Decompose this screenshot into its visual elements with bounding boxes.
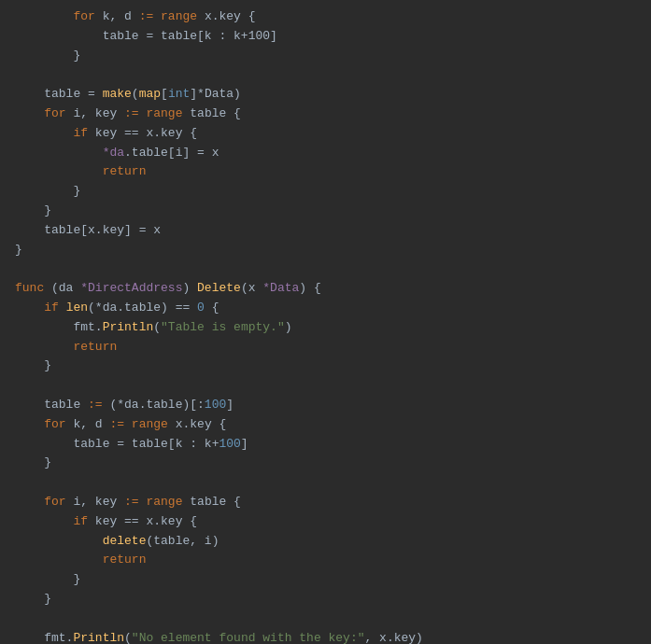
code-line: table = make(map[int]*Data)	[15, 85, 636, 105]
code-line: if key == x.key {	[15, 124, 636, 144]
code-line: if len(*da.table) == 0 {	[15, 299, 636, 318]
code-line: }	[15, 47, 636, 66]
code-line: return	[15, 551, 636, 570]
code-line	[15, 259, 636, 279]
code-line: table := (*da.table)[:100]	[15, 396, 636, 415]
code-line: }	[15, 202, 636, 221]
code-line: for i, key := range table {	[15, 493, 636, 512]
code-line: fmt.Println("Table is empty.")	[15, 318, 636, 338]
code-line	[15, 473, 636, 493]
code-line: return	[15, 162, 636, 182]
code-line	[15, 65, 636, 85]
code-line: if key == x.key {	[15, 512, 636, 532]
code-line: }	[15, 182, 636, 202]
code-line: table[x.key] = x	[15, 221, 636, 241]
code-line: table = table[k : k+100]	[15, 435, 636, 455]
code-line: for k, d := range x.key {	[15, 7, 636, 27]
code-line: fmt.Println("No element found with the k…	[15, 629, 636, 645]
code-line: for k, d := range x.key {	[15, 415, 636, 435]
code-line	[15, 376, 636, 396]
code-line: }	[15, 357, 636, 376]
code-line: for i, key := range table {	[15, 105, 636, 124]
code-line: func (da *DirectAddress) Delete(x *Data)…	[15, 279, 636, 299]
code-line: *da.table[i] = x	[15, 144, 636, 163]
code-line: table = table[k : k+100]	[15, 27, 636, 47]
code-line: return	[15, 338, 636, 357]
code-line: }	[15, 454, 636, 473]
code-line: }	[15, 241, 636, 260]
code-container: for k, d := range x.key { table = table[…	[0, 0, 651, 644]
code-line	[15, 609, 636, 629]
code-line: }	[15, 590, 636, 609]
code-line: delete(table, i)	[15, 532, 636, 552]
code-line: }	[15, 570, 636, 590]
